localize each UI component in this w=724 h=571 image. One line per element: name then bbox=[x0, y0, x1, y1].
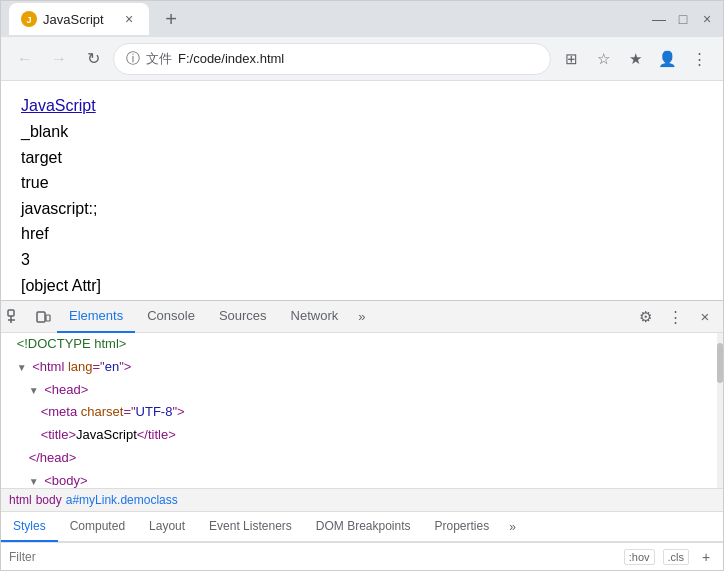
html-lang-attr: lang bbox=[68, 359, 93, 374]
svg-rect-2 bbox=[8, 310, 14, 316]
styles-tab-dom-breakpoints[interactable]: DOM Breakpoints bbox=[304, 512, 423, 542]
dom-tree: <!DOCTYPE html> ▼ <html lang="en"> ▼ <he… bbox=[1, 333, 717, 488]
devtools-tabs-more[interactable]: » bbox=[350, 309, 373, 324]
page-content: JavaScript _blank target true javascript… bbox=[1, 81, 723, 300]
dom-line-title[interactable]: <title>JavaScript</title> bbox=[1, 424, 717, 447]
devtools-tab-network[interactable]: Network bbox=[279, 301, 351, 333]
dom-line-body[interactable]: ▼ <body> bbox=[1, 470, 717, 488]
svg-rect-5 bbox=[37, 312, 45, 322]
url-bar[interactable]: ⓘ 文件 F:/code/index.html bbox=[113, 43, 551, 75]
page-line-2: target bbox=[21, 145, 703, 171]
html-open-tag: <html bbox=[32, 359, 68, 374]
devtools-toolbar: Elements Console Sources Network » ⚙ ⋮ × bbox=[1, 301, 723, 333]
styles-tab-properties[interactable]: Properties bbox=[423, 512, 502, 542]
tab-close-button[interactable]: × bbox=[121, 11, 137, 27]
browser-tab[interactable]: J JavaScript × bbox=[9, 3, 149, 35]
svg-rect-6 bbox=[46, 315, 50, 321]
breadcrumb-body[interactable]: body bbox=[36, 493, 62, 507]
head-triangle[interactable]: ▼ bbox=[29, 385, 39, 396]
devtools-panel: Elements Console Sources Network » ⚙ ⋮ ×… bbox=[1, 300, 723, 570]
profile-icon[interactable]: 👤 bbox=[653, 45, 681, 73]
body-triangle[interactable]: ▼ bbox=[29, 476, 39, 487]
dom-line-html[interactable]: ▼ <html lang="en"> bbox=[1, 356, 717, 379]
devtools-toolbar-right: ⚙ ⋮ × bbox=[631, 303, 723, 331]
styles-tab-computed[interactable]: Computed bbox=[58, 512, 137, 542]
filter-bar: :hov .cls + bbox=[1, 542, 723, 570]
devtools-tabs: Elements Console Sources Network » bbox=[57, 301, 631, 333]
page-line-4: javascript:; bbox=[21, 196, 703, 222]
tab-favicon: J bbox=[21, 11, 37, 27]
dom-tree-wrapper: <!DOCTYPE html> ▼ <html lang="en"> ▼ <he… bbox=[1, 333, 723, 488]
dom-line-head-close[interactable]: </head> bbox=[1, 447, 717, 470]
cls-toggle[interactable]: .cls bbox=[663, 549, 690, 565]
new-tab-button[interactable]: + bbox=[157, 5, 185, 33]
cast-icon[interactable]: ⊞ bbox=[557, 45, 585, 73]
scrollbar-thumb[interactable] bbox=[717, 343, 723, 383]
url-text: F:/code/index.html bbox=[178, 51, 284, 66]
page-line-3: true bbox=[21, 170, 703, 196]
filter-input[interactable] bbox=[9, 550, 616, 564]
page-line-6: 3 bbox=[21, 247, 703, 273]
doctype-text: <!DOCTYPE html> bbox=[17, 336, 127, 351]
address-icons: ⊞ ☆ ★ 👤 ⋮ bbox=[557, 45, 713, 73]
device-toggle-button[interactable] bbox=[29, 303, 57, 331]
dom-line-meta[interactable]: <meta charset="UTF-8"> bbox=[1, 401, 717, 424]
back-button[interactable]: ← bbox=[11, 45, 39, 73]
extension-icon[interactable]: ★ bbox=[621, 45, 649, 73]
bookmark-icon[interactable]: ☆ bbox=[589, 45, 617, 73]
styles-toolbar: Styles Computed Layout Event Listeners D… bbox=[1, 512, 723, 542]
inspect-element-button[interactable] bbox=[1, 303, 29, 331]
breadcrumb-html[interactable]: html bbox=[9, 493, 32, 507]
maximize-button[interactable]: □ bbox=[675, 11, 691, 27]
devtools-scrollbar[interactable] bbox=[717, 333, 723, 488]
browser-window: J JavaScript × + — □ × ← → ↻ ⓘ 文件 F:/cod… bbox=[0, 0, 724, 571]
html-triangle[interactable]: ▼ bbox=[17, 362, 27, 373]
page-line-7: [object Attr] bbox=[21, 273, 703, 299]
devtools-tab-sources[interactable]: Sources bbox=[207, 301, 279, 333]
hov-toggle[interactable]: :hov bbox=[624, 549, 655, 565]
url-protocol: 文件 bbox=[146, 50, 172, 68]
dom-line-head[interactable]: ▼ <head> bbox=[1, 379, 717, 402]
devtools-tab-elements[interactable]: Elements bbox=[57, 301, 135, 333]
styles-tab-styles[interactable]: Styles bbox=[1, 512, 58, 542]
page-lines: _blank target true javascript:; href 3 [… bbox=[21, 119, 703, 300]
svg-text:J: J bbox=[26, 15, 31, 25]
page-line-5: href bbox=[21, 221, 703, 247]
styles-tab-event-listeners[interactable]: Event Listeners bbox=[197, 512, 304, 542]
menu-icon[interactable]: ⋮ bbox=[685, 45, 713, 73]
page-line-1: _blank bbox=[21, 119, 703, 145]
styles-tabs-more[interactable]: » bbox=[501, 520, 524, 534]
devtools-tab-console[interactable]: Console bbox=[135, 301, 207, 333]
add-style-button[interactable]: + bbox=[697, 548, 715, 566]
devtools-settings-button[interactable]: ⚙ bbox=[631, 303, 659, 331]
title-bar: J JavaScript × + — □ × bbox=[1, 1, 723, 37]
breadcrumb-bar: html body a#myLink.democlass bbox=[1, 488, 723, 512]
breadcrumb-a[interactable]: a#myLink.democlass bbox=[66, 493, 178, 507]
info-icon: ⓘ bbox=[126, 50, 140, 68]
styles-tab-layout[interactable]: Layout bbox=[137, 512, 197, 542]
page-link[interactable]: JavaScript bbox=[21, 97, 703, 115]
dom-line-doctype[interactable]: <!DOCTYPE html> bbox=[1, 333, 717, 356]
minimize-button[interactable]: — bbox=[651, 11, 667, 27]
tab-title: JavaScript bbox=[43, 12, 115, 27]
window-controls: — □ × bbox=[651, 11, 715, 27]
close-button[interactable]: × bbox=[699, 11, 715, 27]
address-bar: ← → ↻ ⓘ 文件 F:/code/index.html ⊞ ☆ ★ 👤 ⋮ bbox=[1, 37, 723, 81]
devtools-more-button[interactable]: ⋮ bbox=[661, 303, 689, 331]
reload-button[interactable]: ↻ bbox=[79, 45, 107, 73]
head-tag: <head> bbox=[44, 382, 88, 397]
devtools-close-button[interactable]: × bbox=[691, 303, 719, 331]
forward-button[interactable]: → bbox=[45, 45, 73, 73]
